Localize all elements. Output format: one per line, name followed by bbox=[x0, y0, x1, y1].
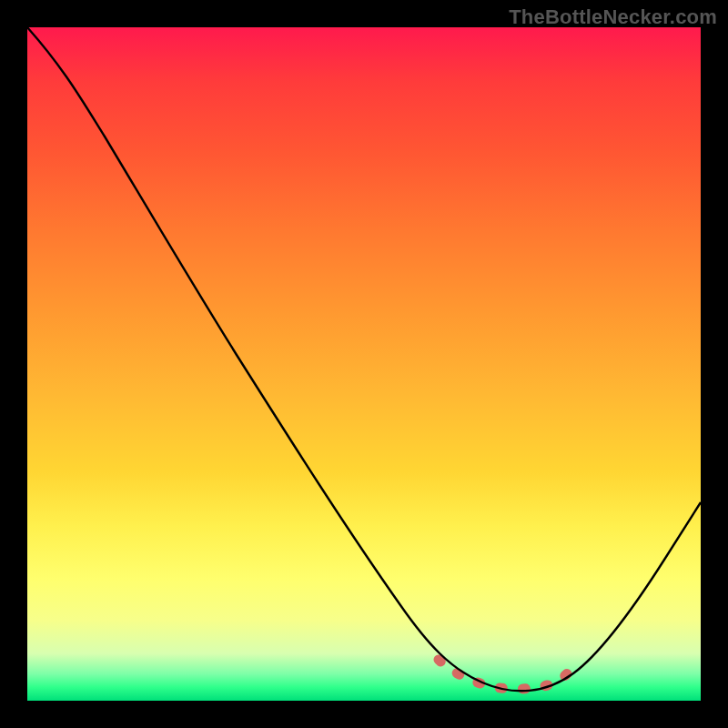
plot-area bbox=[27, 27, 701, 701]
chart-frame: TheBottleNecker.com bbox=[0, 0, 728, 728]
watermark-text: TheBottleNecker.com bbox=[509, 5, 717, 29]
bottleneck-curve bbox=[27, 27, 701, 691]
chart-svg bbox=[27, 27, 701, 701]
